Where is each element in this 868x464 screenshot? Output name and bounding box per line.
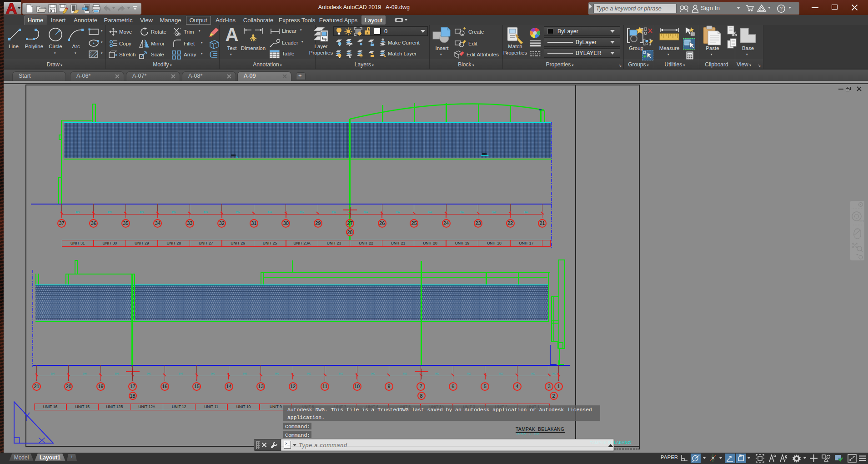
svg-text:2D: 2D: [859, 219, 864, 223]
svg-text:?: ?: [780, 6, 783, 11]
